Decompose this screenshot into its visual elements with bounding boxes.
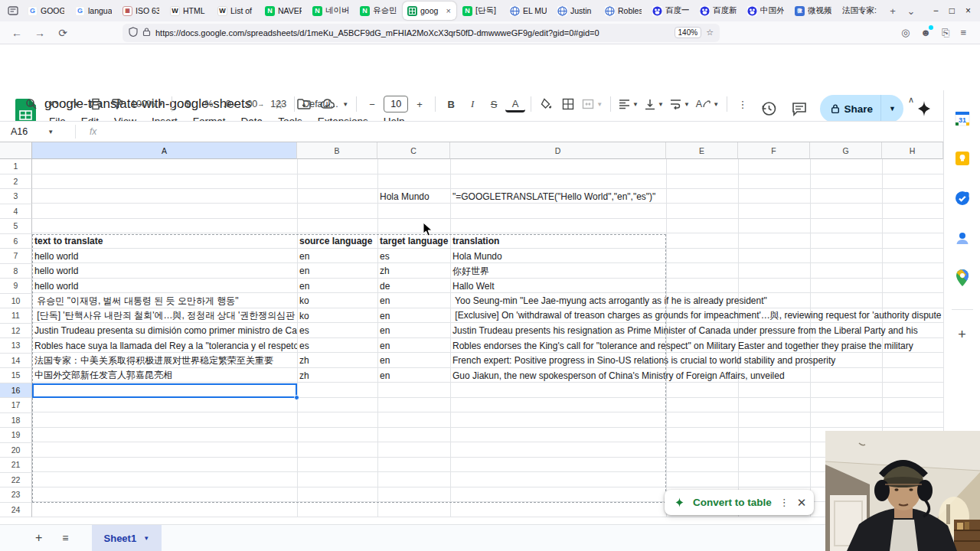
cell-C7[interactable]: es bbox=[377, 249, 450, 264]
lock-icon[interactable] bbox=[142, 27, 151, 38]
browser-tab[interactable]: 百度一 bbox=[648, 2, 694, 20]
browser-tab[interactable]: NNAVER bbox=[260, 2, 306, 20]
formula-input[interactable] bbox=[96, 122, 980, 142]
cell-C3[interactable]: Hola Mundo bbox=[377, 189, 450, 204]
minimize-button[interactable]: − bbox=[933, 5, 939, 16]
maps-icon[interactable] bbox=[951, 266, 974, 289]
popup-close-icon[interactable]: ✕ bbox=[797, 496, 807, 510]
library-icon[interactable]: ⎘ bbox=[942, 27, 949, 39]
contacts-icon[interactable] bbox=[951, 227, 974, 249]
firefox-view-icon[interactable] bbox=[3, 2, 23, 19]
cell-A11[interactable]: [단독] '탄핵사유 내란죄 철회'에…與, 정청래 상대 '권한쟁의심판 청구… bbox=[32, 308, 297, 324]
forward-button[interactable]: → bbox=[31, 27, 49, 39]
cell-B8[interactable]: en bbox=[297, 264, 377, 279]
browser-tab[interactable]: 中国外 bbox=[743, 2, 789, 20]
cell-B12[interactable]: es bbox=[297, 324, 377, 339]
column-header-G[interactable]: G bbox=[810, 142, 882, 159]
format-percent-icon[interactable]: % bbox=[199, 94, 219, 114]
maximize-button[interactable]: □ bbox=[949, 5, 955, 16]
column-header-D[interactable]: D bbox=[450, 142, 666, 159]
row-header-9[interactable]: 9 bbox=[0, 279, 32, 294]
add-sheet-icon[interactable]: + bbox=[35, 531, 42, 545]
cell-D12[interactable]: Justin Trudeau presents his resignation … bbox=[450, 324, 920, 339]
row-header-20[interactable]: 20 bbox=[0, 443, 32, 458]
increase-font-size-button[interactable]: + bbox=[410, 94, 430, 114]
paint-format-icon[interactable] bbox=[107, 94, 127, 114]
cell-C10[interactable]: en bbox=[377, 294, 450, 309]
list-all-tabs-button[interactable]: ⌄ bbox=[902, 2, 920, 20]
popup-more-icon[interactable]: ⋮ bbox=[779, 497, 789, 508]
row-header-6[interactable]: 6 bbox=[0, 234, 32, 249]
print-icon[interactable] bbox=[86, 94, 106, 114]
browser-tab[interactable]: GGOOG bbox=[23, 2, 69, 20]
cell-A14[interactable]: 法国专家：中美关系取得积极进展对世界稳定繁荣至关重要 bbox=[32, 354, 297, 369]
column-header-H[interactable]: H bbox=[882, 142, 943, 159]
cell-B11[interactable]: ko bbox=[297, 308, 377, 324]
row-header-2[interactable]: 2 bbox=[0, 174, 32, 190]
cell-C6[interactable]: target language bbox=[377, 234, 450, 249]
cell-C9[interactable]: de bbox=[377, 279, 450, 294]
text-color-icon[interactable]: A bbox=[505, 97, 525, 112]
more-formats-icon[interactable]: 123 bbox=[268, 94, 289, 114]
cell-A6[interactable]: text to translate bbox=[32, 234, 297, 249]
borders-icon[interactable] bbox=[558, 94, 578, 114]
search-menus-icon[interactable] bbox=[21, 94, 41, 114]
browser-tab[interactable]: 百度新 bbox=[695, 2, 741, 20]
decrease-font-size-button[interactable]: − bbox=[362, 94, 382, 114]
browser-tab[interactable]: N유승민 bbox=[355, 2, 401, 20]
cell-D9[interactable]: Hallo Welt bbox=[450, 279, 496, 294]
spreadsheet-grid[interactable]: ABCDEFGH 1234567891011121314151617181920… bbox=[0, 142, 943, 524]
shield-icon[interactable] bbox=[129, 27, 138, 38]
cell-B14[interactable]: zh bbox=[297, 354, 377, 369]
row-header-13[interactable]: 13 bbox=[0, 338, 32, 354]
row-header-5[interactable]: 5 bbox=[0, 219, 32, 234]
row-header-22[interactable]: 22 bbox=[0, 473, 32, 488]
increase-decimal-icon[interactable]: .00→ bbox=[242, 94, 266, 114]
more-toolbar-icon[interactable]: ⋮ bbox=[733, 94, 753, 114]
row-header-1[interactable]: 1 bbox=[0, 159, 32, 174]
row-header-3[interactable]: 3 bbox=[0, 189, 32, 204]
page-zoom-indicator[interactable]: 140% bbox=[675, 27, 702, 38]
style-select[interactable]: Defaul...▼ bbox=[300, 94, 351, 114]
close-button[interactable]: × bbox=[965, 5, 971, 16]
undo-icon[interactable]: ↶ bbox=[43, 94, 63, 114]
text-wrap-icon[interactable]: ▼ bbox=[668, 94, 692, 114]
bold-icon[interactable]: B bbox=[441, 94, 461, 114]
collapse-toolbar-icon[interactable]: ∧ bbox=[908, 95, 914, 105]
browser-tab[interactable]: Glangua bbox=[70, 2, 116, 20]
row-header-23[interactable]: 23 bbox=[0, 487, 32, 503]
cell-D14[interactable]: French expert: Positive progress in Sino… bbox=[450, 354, 838, 369]
row-header-18[interactable]: 18 bbox=[0, 413, 32, 429]
back-button[interactable]: ← bbox=[8, 27, 26, 39]
browser-tab[interactable]: ▦ISO 63 bbox=[118, 2, 164, 20]
cell-D8[interactable]: 你好世界 bbox=[450, 264, 492, 279]
cell-D11[interactable]: [Exclusive] On 'withdrawal of treason ch… bbox=[450, 308, 943, 324]
menu-hamburger-icon[interactable]: ≡ bbox=[960, 27, 966, 38]
cell-A13[interactable]: Robles hace suya la llamada del Rey a la… bbox=[32, 338, 297, 354]
row-header-17[interactable]: 17 bbox=[0, 398, 32, 413]
cell-A9[interactable]: hello world bbox=[32, 279, 297, 294]
cell-B7[interactable]: en bbox=[297, 249, 377, 264]
zoom-select[interactable]: 100%▼ bbox=[129, 94, 166, 114]
decrease-decimal-icon[interactable]: .0← bbox=[220, 94, 240, 114]
cell-B10[interactable]: ko bbox=[297, 294, 377, 309]
browser-tab[interactable]: Robles bbox=[600, 2, 646, 20]
cell-D13[interactable]: Robles endorses the King's call for "tol… bbox=[450, 338, 916, 354]
cell-C13[interactable]: en bbox=[377, 338, 450, 354]
font-size-input[interactable]: 10 bbox=[384, 96, 408, 112]
vertical-align-icon[interactable]: ▼ bbox=[642, 94, 666, 114]
convert-to-table-popup[interactable]: Convert to table ⋮ ✕ bbox=[665, 490, 814, 515]
row-header-24[interactable]: 24 bbox=[0, 503, 32, 518]
horizontal-align-icon[interactable]: ▼ bbox=[616, 94, 641, 114]
fill-color-icon[interactable] bbox=[537, 94, 557, 114]
name-box[interactable]: A16▼ bbox=[0, 126, 67, 137]
select-all-corner[interactable] bbox=[0, 142, 32, 159]
browser-tab[interactable]: WList of bbox=[213, 2, 259, 20]
cell-C15[interactable]: en bbox=[377, 368, 450, 383]
account-icon[interactable]: ☻ bbox=[920, 27, 931, 38]
cell-C8[interactable]: zh bbox=[377, 264, 450, 279]
fill-handle[interactable] bbox=[294, 395, 299, 400]
cell-D10[interactable]: Yoo Seung-min "Lee Jae-myung acts arroga… bbox=[450, 294, 769, 309]
browser-tab[interactable]: N네이버 bbox=[308, 2, 354, 20]
cell-D3[interactable]: "=GOOGLETRANSLATE("Hello World","en","es… bbox=[450, 189, 658, 204]
